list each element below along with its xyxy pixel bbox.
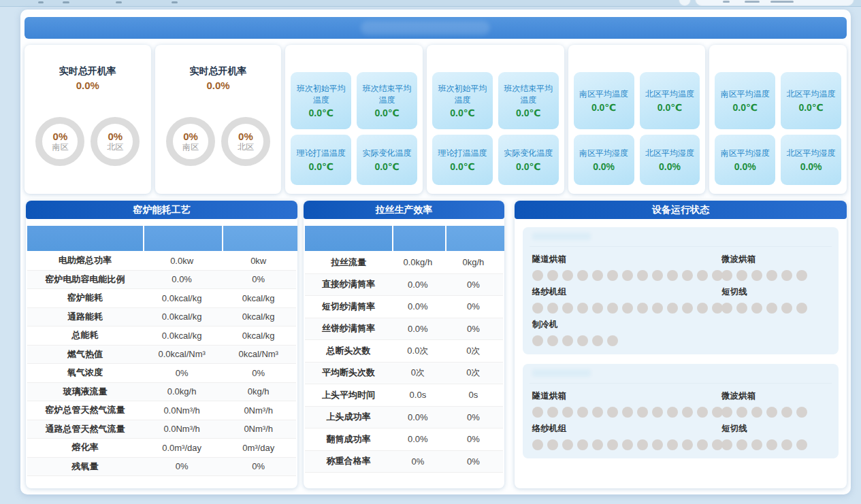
tile-value: 0.0℃ xyxy=(516,107,540,118)
row-label: 直接纱满筒率 xyxy=(305,278,392,290)
metric-tile: 北区平均湿度0.0% xyxy=(640,135,700,185)
status-dot xyxy=(607,270,618,281)
gauges-row: 0%南区0%北区 xyxy=(155,117,282,166)
status-dot xyxy=(697,270,708,281)
equipment-group: 短切线 xyxy=(721,423,834,450)
row-label: 上头成功率 xyxy=(305,411,392,423)
tile-label: 理论打温温度 xyxy=(297,148,346,159)
group-label: 络纱机组 xyxy=(532,286,716,298)
tab-text-mark xyxy=(38,1,44,3)
status-dot xyxy=(796,439,807,450)
row-label: 平均断头次数 xyxy=(305,367,392,379)
section-divider xyxy=(530,246,832,247)
table-header-row xyxy=(27,226,296,251)
status-dots-row xyxy=(721,407,834,418)
tile-value: 0.0℃ xyxy=(450,107,474,118)
status-dot xyxy=(652,270,663,281)
status-dot xyxy=(766,407,777,418)
metric-tile: 班次结束平均温度0.0℃ xyxy=(498,72,559,129)
status-dot xyxy=(751,303,762,314)
row-value-target: 0% xyxy=(444,301,503,312)
row-value-target: 0kw xyxy=(221,256,296,266)
status-dot xyxy=(682,270,693,281)
browser-action-icon[interactable] xyxy=(679,0,691,6)
status-dot xyxy=(622,303,633,314)
tab-text-mark xyxy=(63,1,69,3)
status-dot xyxy=(766,270,777,281)
status-dot xyxy=(592,303,603,314)
status-dot xyxy=(532,407,543,418)
status-dot xyxy=(532,270,543,281)
status-dot xyxy=(547,439,558,450)
status-dot xyxy=(577,270,588,281)
row-label: 燃气热值 xyxy=(27,348,143,360)
table-header-cell xyxy=(305,226,392,251)
metric-tile-card: 南区平均温度0.0℃北区平均温度0.0℃南区平均湿度0.0%北区平均湿度0.0% xyxy=(568,45,706,194)
row-value-current: 0次 xyxy=(392,367,444,379)
equipment-status-panel: 设备运行状态 隧道烘箱微波烘箱络纱机组短切线制冷机隧道烘箱微波烘箱络纱机组短切线 xyxy=(515,201,847,488)
tile-value: 0.0℃ xyxy=(374,161,399,172)
row-value-target: 0次 xyxy=(444,367,503,379)
row-value-current: 0.0kg/h xyxy=(392,257,444,267)
status-dot xyxy=(751,407,762,418)
row-value-current: 0.0kg/h xyxy=(143,386,221,397)
tile-label: 北区平均温度 xyxy=(645,88,694,100)
table-row: 窑炉总管天然气流量0.0Nm³/h0Nm³/h xyxy=(27,401,296,420)
row-value-target: 0% xyxy=(444,324,503,334)
status-dot xyxy=(736,270,747,281)
metric-tile: 北区平均温度0.0℃ xyxy=(640,72,700,129)
equipment-section: 隧道烘箱微波烘箱络纱机组短切线制冷机 xyxy=(523,227,839,354)
tile-value: 0.0℃ xyxy=(657,102,682,113)
row-label: 通路总管天然气流量 xyxy=(27,423,143,435)
status-dot xyxy=(781,439,792,450)
tile-value: 0.0℃ xyxy=(798,102,823,113)
table-header-cell xyxy=(446,226,504,251)
status-dot xyxy=(622,439,633,450)
row-value-target: 0kg/h xyxy=(221,386,296,397)
status-dot xyxy=(751,270,762,281)
equipment-section: 隧道烘箱微波烘箱络纱机组短切线 xyxy=(523,364,839,458)
status-dot xyxy=(532,303,543,314)
status-dot xyxy=(532,335,543,346)
row-label: 熔化率 xyxy=(27,441,143,454)
furnace-table: 电助熔总功率0.0kw0kw窑炉电助容电能比例0.0%0%窑炉能耗0.0kcal… xyxy=(27,226,296,476)
browser-toolbar xyxy=(0,0,861,7)
row-value-current: 0.0% xyxy=(392,412,444,422)
table-row: 熔化率0.0m³/day0m³/day xyxy=(27,439,296,458)
status-dot xyxy=(751,439,762,450)
row-value-target: 0s xyxy=(444,390,503,400)
status-dot xyxy=(592,270,603,281)
status-dot xyxy=(652,439,663,450)
drawing-table: 拉丝流量0.0kg/h0kg/h直接纱满筒率0.0%0%短切纱满筒率0.0%0%… xyxy=(305,226,503,473)
equipment-group: 络纱机组 xyxy=(532,286,716,314)
status-dot xyxy=(781,407,792,418)
status-dot xyxy=(667,270,678,281)
gauge-label: 北区 xyxy=(107,142,123,152)
row-label: 窑炉能耗 xyxy=(27,292,143,304)
table-row: 拉丝流量0.0kg/h0kg/h xyxy=(305,252,503,274)
tile-label: 实际变化温度 xyxy=(363,148,412,159)
tile-value: 0.0℃ xyxy=(309,107,334,118)
address-bar[interactable] xyxy=(695,0,854,6)
tile-value: 0.0% xyxy=(593,161,615,172)
status-dot xyxy=(607,439,618,450)
startup-rate-card: 实时总开机率0.0%0%南区0%北区 xyxy=(155,45,282,194)
table-row: 窑炉电助容电能比例0.0%0% xyxy=(27,271,296,290)
tile-label: 南区平均温度 xyxy=(579,88,628,100)
section-title-blur xyxy=(532,369,591,377)
dashboard-container: 实时总开机率0.0%0%南区0%北区实时总开机率0.0%0%南区0%北区班次初始… xyxy=(20,10,851,494)
tile-value: 0.0℃ xyxy=(450,161,474,172)
metric-tile: 实际变化温度0.0℃ xyxy=(357,135,417,185)
metric-tile: 南区平均湿度0.0% xyxy=(715,135,775,185)
table-row: 上头平均时间0.0s0s xyxy=(305,384,503,407)
tile-label: 南区平均湿度 xyxy=(721,148,770,159)
status-dot xyxy=(577,335,588,346)
section-title-blur xyxy=(532,233,591,240)
row-value-target: 0kcal/kg xyxy=(221,293,296,303)
card-value: 0.0% xyxy=(155,80,282,91)
table-row: 通路能耗0.0kcal/kg0kcal/kg xyxy=(27,308,296,327)
table-row: 残氧量0%0% xyxy=(27,458,296,477)
status-dot xyxy=(592,439,603,450)
status-dot xyxy=(547,270,558,281)
status-dot xyxy=(697,407,708,418)
